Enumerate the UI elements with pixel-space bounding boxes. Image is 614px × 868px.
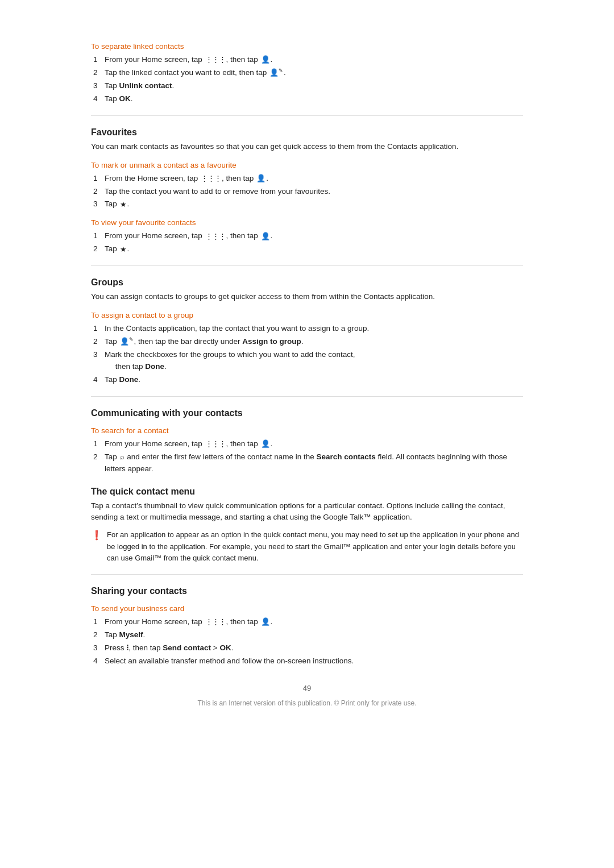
step-item: 2Tap ⌕ and enter the first few letters o… <box>91 451 523 475</box>
exclamation-icon: ❗ <box>91 530 102 541</box>
section-separate-linked: To separate linked contacts 1From your H… <box>91 42 523 105</box>
subheading-search-contact: To search for a contact <box>91 426 523 435</box>
person-edit-icon: 👤✎ <box>269 67 283 78</box>
step-item: 2Tap the linked contact you want to edit… <box>91 67 523 79</box>
grid-icon: ⋮⋮⋮ <box>205 54 226 65</box>
grid-icon: ⋮⋮⋮ <box>205 438 226 450</box>
step-item: 1From your Home screen, tap ⋮⋮⋮, then ta… <box>91 616 523 628</box>
step-item: 4Select an available transfer method and… <box>91 655 523 667</box>
grid-icon: ⋮⋮⋮ <box>201 173 221 184</box>
person-icon: 👤 <box>261 438 270 450</box>
page-content: To separate linked contacts 1From your H… <box>80 0 534 753</box>
section-groups: Groups You can assign contacts to groups… <box>91 277 523 386</box>
divider <box>91 115 523 116</box>
step-item: 2Tap 👤✎, then tap the bar directly under… <box>91 336 523 348</box>
section-favourites: Favourites You can mark contacts as favo… <box>91 127 523 256</box>
heading-favourites: Favourites <box>91 127 523 138</box>
intro-groups: You can assign contacts to groups to get… <box>91 291 523 303</box>
step-item: 1In the Contacts application, tap the co… <box>91 323 523 335</box>
step-item: 3Tap Unlink contact. <box>91 80 523 92</box>
person-icon: 👤 <box>261 231 270 242</box>
footer-text: This is an Internet version of this publ… <box>91 699 523 707</box>
step-item: 4Tap OK. <box>91 93 523 105</box>
grid-icon: ⋮⋮⋮ <box>205 231 226 242</box>
steps-separate-linked: 1From your Home screen, tap ⋮⋮⋮, then ta… <box>91 54 523 105</box>
intro-quick-contact: Tap a contact’s thumbnail to view quick … <box>91 500 523 524</box>
divider <box>91 574 523 575</box>
star-icon: ★ <box>120 199 127 210</box>
heading-groups: Groups <box>91 277 523 288</box>
subheading-mark-favourite: To mark or unmark a contact as a favouri… <box>91 161 523 169</box>
section-quick-contact: The quick contact menu Tap a contact’s t… <box>91 487 523 564</box>
person-edit-icon: 👤✎ <box>120 336 134 347</box>
step-item: 2Tap ★. <box>91 243 523 255</box>
divider <box>91 396 523 397</box>
subheading-assign-group: To assign a contact to a group <box>91 311 523 319</box>
subheading-separate-linked: To separate linked contacts <box>91 42 523 51</box>
step-item: 2Tap Myself. <box>91 629 523 641</box>
page-number: 49 <box>91 684 523 692</box>
step-item: 3Tap ★. <box>91 198 523 210</box>
steps-assign-group: 1In the Contacts application, tap the co… <box>91 323 523 386</box>
step-item: 1From your Home screen, tap ⋮⋮⋮, then ta… <box>91 438 523 450</box>
person-icon: 👤 <box>261 616 270 628</box>
subheading-send-business-card: To send your business card <box>91 604 523 613</box>
step-item: 4Tap Done. <box>91 374 523 386</box>
person-icon: 👤 <box>256 173 265 184</box>
steps-view-favourites: 1From your Home screen, tap ⋮⋮⋮, then ta… <box>91 230 523 255</box>
steps-send-business-card: 1From your Home screen, tap ⋮⋮⋮, then ta… <box>91 616 523 667</box>
intro-favourites: You can mark contacts as favourites so t… <box>91 141 523 153</box>
divider <box>91 265 523 266</box>
person-icon: 👤 <box>261 54 270 65</box>
search-icon: ⌕ <box>120 451 125 463</box>
step-item: 2Tap the contact you want to add to or r… <box>91 186 523 198</box>
note-quick-contact: ❗ For an application to appear as an opt… <box>91 529 523 563</box>
step-item: 3Press ⁝, then tap Send contact > OK. <box>91 642 523 654</box>
steps-mark-favourite: 1From the Home screen, tap ⋮⋮⋮, then tap… <box>91 173 523 211</box>
steps-search-contact: 1From your Home screen, tap ⋮⋮⋮, then ta… <box>91 438 523 475</box>
step-item: 1From your Home screen, tap ⋮⋮⋮, then ta… <box>91 54 523 66</box>
heading-sharing: Sharing your contacts <box>91 586 523 596</box>
step-item: 1From your Home screen, tap ⋮⋮⋮, then ta… <box>91 230 523 242</box>
step-item: 3Mark the checkboxes for the groups to w… <box>91 349 523 373</box>
heading-communicating: Communicating with your contacts <box>91 408 523 418</box>
star-icon: ★ <box>120 244 127 255</box>
grid-icon: ⋮⋮⋮ <box>205 616 226 628</box>
section-sharing: Sharing your contacts To send your busin… <box>91 586 523 667</box>
note-text: For an application to appear as an optio… <box>107 529 523 563</box>
subheading-view-favourites: To view your favourite contacts <box>91 218 523 227</box>
step-item: 1From the Home screen, tap ⋮⋮⋮, then tap… <box>91 173 523 185</box>
heading-quick-contact: The quick contact menu <box>91 487 523 497</box>
section-communicating: Communicating with your contacts To sear… <box>91 408 523 475</box>
